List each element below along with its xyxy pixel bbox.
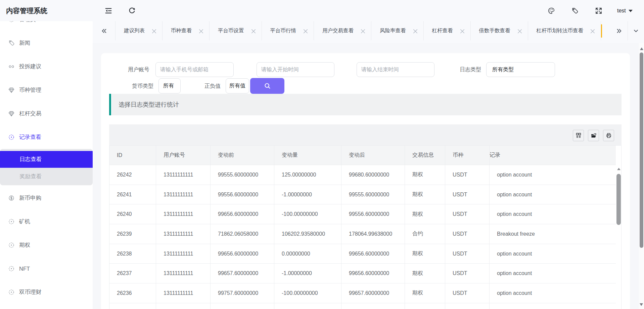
table-header-cell[interactable]: 币种 [445,146,490,165]
sidebar-item[interactable]: 记录查看 [0,130,93,144]
top-header: 内容管理系统 test [0,0,644,21]
log-type-select[interactable]: 所有类型 [486,62,555,77]
table-cell: -1.00000000 [274,185,341,205]
page-scroll-down-arrow[interactable] [640,303,643,306]
sidebar-item[interactable]: 期权 [0,238,93,252]
table-row[interactable]: 262421311111111199555.60000000125.000000… [109,165,621,185]
table-cell: 99555.60000000 [211,165,274,185]
table-header-cell[interactable]: 记录 [490,146,616,165]
tab-label: 平台币设置 [218,27,244,34]
tab[interactable]: 杠杆查看 [424,21,471,40]
sidebar-item[interactable]: 矿机 [0,215,93,228]
table-cell: 期权 [405,185,445,205]
tab[interactable]: 风险率查看 [371,21,424,40]
table-scroll-up-arrow[interactable] [617,168,620,170]
export-button[interactable] [588,130,599,141]
sidebar-item[interactable]: 新闻 [0,36,93,50]
sidebar-item[interactable]: NFT [0,262,93,275]
table-row-gutter [616,244,621,264]
data-table: ID用户账号变动前变动量变动后交易信息币种记录 2624213111111111… [109,145,622,309]
start-time-input[interactable] [257,62,334,77]
menu-item-icon [8,40,15,46]
tab-close-icon[interactable] [199,29,203,33]
page-scroll-up-arrow[interactable] [640,47,643,50]
table-header-cell[interactable]: 交易信息 [405,146,445,165]
column-settings-button[interactable] [573,130,584,141]
tab[interactable]: 建议列表 [116,21,163,40]
table-cell: USDT [445,204,490,224]
tab-close-icon[interactable] [590,29,594,33]
print-button[interactable] [603,130,614,141]
table-row[interactable]: 262391311111111171862.06058000106202.935… [109,224,621,244]
sidebar-submenu-item[interactable]: 奖励查看 [0,168,93,185]
fullscreen-icon[interactable] [595,7,602,14]
tab[interactable]: 平台币行情 [262,21,314,40]
tab[interactable]: 杠杆币划转法币查看 [528,21,601,40]
sidebar-submenu-item[interactable]: 日志查看 [0,151,93,168]
table-scrollbar[interactable] [616,168,621,225]
table-row[interactable]: 262381311111111199656.600000000.00000000… [109,244,621,264]
table-cell: option account [490,264,616,283]
theme-palette-icon[interactable] [548,7,555,14]
table-scrollbar-thumb[interactable] [616,174,621,225]
table-header-cell[interactable]: 变动前 [211,146,274,165]
table-header-cell[interactable]: 变动量 [274,146,341,165]
tab-close-icon[interactable] [303,29,307,33]
tab-close-icon[interactable] [517,29,521,33]
tab[interactable]: 倍数手数查看 [471,21,528,40]
tab-close-icon[interactable] [460,29,464,33]
table-row[interactable]: 262371311111111199657.60000000-1.0000000… [109,264,621,283]
tab[interactable]: 用户交易查看 [314,21,371,40]
menu-item-label: 矿机 [19,218,30,225]
search-button[interactable] [250,78,284,94]
sidebar-item[interactable]: 投拆建议 [0,60,93,73]
table-row[interactable]: 262361311111111199757.60000000-100.00000… [109,283,621,303]
sign-select[interactable]: 所有值 [226,78,249,93]
user-menu[interactable]: test [617,8,633,14]
sidebar-item[interactable]: 币种管理 [0,83,93,97]
sidebar-item[interactable]: 杠杆交易 [0,107,93,120]
table-cell: 99656.60000000 [341,244,405,264]
table-cell: 99680.60000000 [341,165,405,185]
sidebar-item[interactable]: 双币理财 [0,285,93,299]
table-header-cell[interactable]: 用户账号 [156,146,211,165]
sidebar-item[interactable]: 新币申购 [0,191,93,205]
table-cell: 期权 [405,244,445,264]
tab-bar: 建议列表 币种查看 平台币设置 [93,21,644,43]
table-cell: 99656.60000000 [211,204,274,224]
tab[interactable]: 平台币设置 [210,21,262,40]
menu-fold-icon[interactable] [105,7,112,14]
refresh-icon[interactable] [128,7,136,14]
app-title: 内容管理系统 [6,6,47,15]
table-row[interactable]: 262411311111111199556.60000000-1.0000000… [109,185,621,205]
table-header-row: ID用户账号变动前变动量变动后交易信息币种记录 [109,145,621,165]
tab-close-icon[interactable] [152,29,156,33]
table-cell: -100.00000000 [274,204,341,224]
tab-close-icon[interactable] [361,29,365,33]
tabs-scroll-right[interactable] [616,21,623,40]
sidebar-bottom-group: 新币申购 矿机 期权 NFT [0,191,93,299]
menu-item-icon [8,134,15,141]
table-cell: 合约 [405,224,445,244]
account-input[interactable] [155,62,234,77]
page-scrollbar[interactable] [639,43,644,309]
table-cell: 99556.60000000 [211,185,274,205]
end-time-input[interactable] [357,62,434,77]
table-header-cell[interactable]: 变动后 [341,146,405,165]
menu-item-icon [8,195,15,201]
table-cell: 99757.60000000 [211,283,274,303]
currency-select[interactable]: 所有 [158,78,181,93]
tabs-dropdown-toggle[interactable] [628,21,644,40]
tab-close-icon[interactable] [251,29,255,33]
tabs-scroll-left[interactable] [93,21,116,40]
tab[interactable]: 币种查看 [163,21,210,40]
table-toolbar [109,124,622,145]
table-row-gutter [616,283,621,303]
tab-close-icon[interactable] [413,29,417,33]
tag-icon[interactable] [571,7,579,14]
caret-down-icon [629,10,633,12]
alert-body: 选择日志类型进行统计 [112,94,622,115]
page-scrollbar-thumb[interactable] [640,52,643,248]
table-header-cell[interactable]: ID [109,146,156,165]
table-row[interactable]: 262401311111111199656.60000000-100.00000… [109,204,621,224]
